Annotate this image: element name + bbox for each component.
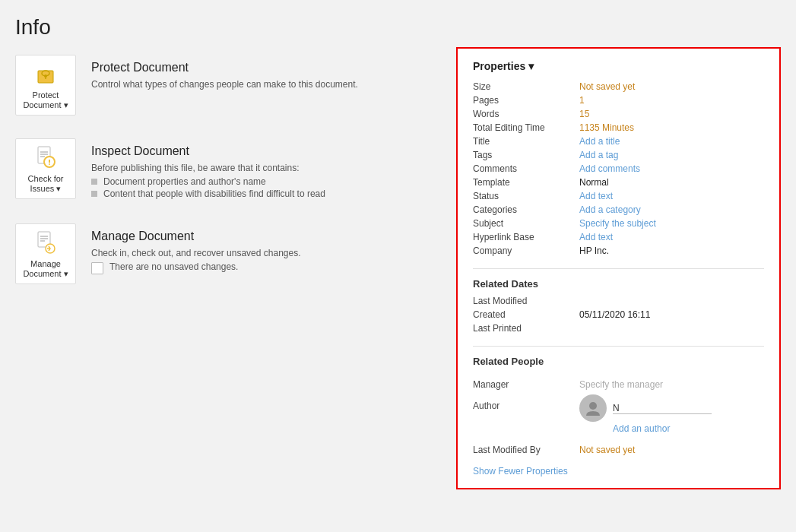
prop-pages-value: 1 <box>579 95 585 106</box>
inspect-section: Check forIssues ▾ Inspect Document Befor… <box>15 138 441 201</box>
protect-icon <box>32 60 59 87</box>
prop-size: Size Not saved yet <box>473 81 764 92</box>
prop-comments: Comments Add comments <box>473 163 764 174</box>
avatar-icon <box>584 399 602 417</box>
inspect-heading: Inspect Document <box>91 144 325 158</box>
inspect-description: Before publishing this file, be aware th… <box>91 163 325 173</box>
bullet-item-1: Document properties and author's name <box>91 176 325 187</box>
prop-categories-value[interactable]: Add a category <box>579 204 641 215</box>
prop-company-value: HP Inc. <box>579 245 609 256</box>
svg-point-10 <box>49 163 50 165</box>
inspect-bullets: Document properties and author's name Co… <box>91 176 325 199</box>
page-title: Info <box>0 0 796 47</box>
date-created-value: 05/11/2020 16:11 <box>579 309 650 320</box>
doc-icon <box>91 262 103 274</box>
related-dates-table: Last Modified Created 05/11/2020 16:11 L… <box>473 296 764 334</box>
manage-heading: Manage Document <box>91 230 301 243</box>
related-people-header: Related People <box>473 356 764 367</box>
prop-size-value: Not saved yet <box>579 81 635 92</box>
last-modified-by-value: Not saved yet <box>579 445 635 455</box>
prop-tags: Tags Add a tag <box>473 150 764 160</box>
author-label: Author <box>473 401 579 411</box>
prop-comments-value[interactable]: Add comments <box>579 163 640 174</box>
prop-pages: Pages 1 <box>473 95 764 106</box>
related-dates-header: Related Dates <box>473 278 764 290</box>
author-input-area: Add an author <box>579 394 712 434</box>
protect-text: Protect Document Control what types of c… <box>91 55 358 93</box>
properties-table: Size Not saved yet Pages 1 Words 15 Tota… <box>473 81 764 256</box>
prop-words: Words 15 <box>473 109 764 119</box>
author-row-inner <box>579 394 712 422</box>
prop-subject: Subject Specify the subject <box>473 218 764 229</box>
prop-editing-time: Total Editing Time 1135 Minutes <box>473 122 764 133</box>
protect-section: ProtectDocument ▾ Protect Document Contr… <box>15 55 441 116</box>
last-modified-by-row: Last Modified By Not saved yet <box>473 439 764 455</box>
date-last-modified: Last Modified <box>473 296 764 306</box>
check-icon-label: Check forIssues ▾ <box>27 174 63 194</box>
prop-categories: Categories Add a category <box>473 204 764 215</box>
protect-icon-label: ProtectDocument ▾ <box>23 90 68 110</box>
left-panel: ProtectDocument ▾ Protect Document Contr… <box>0 47 456 517</box>
prop-editing-time-value: 1135 Minutes <box>579 122 634 133</box>
prop-tags-value[interactable]: Add a tag <box>579 150 618 160</box>
add-author-link[interactable]: Add an author <box>613 423 712 434</box>
manage-icon-label: ManageDocument ▾ <box>23 259 68 279</box>
manager-value[interactable]: Specify the manager <box>579 379 663 390</box>
prop-template-value: Normal <box>579 177 609 188</box>
prop-hyperlink: Hyperlink Base Add text <box>473 232 764 242</box>
manage-description: Check in, check out, and recover unsaved… <box>91 248 301 258</box>
protect-description: Control what types of changes people can… <box>91 79 358 90</box>
bullet-item-2: Content that people with disabilities fi… <box>91 188 325 199</box>
last-modified-by-label: Last Modified By <box>473 445 579 455</box>
properties-arrow: ▾ <box>528 60 534 72</box>
date-created: Created 05/11/2020 16:11 <box>473 309 764 320</box>
manage-bullets: There are no unsaved changes. <box>91 261 301 274</box>
manage-section: ManageDocument ▾ Manage Document Check i… <box>15 223 441 284</box>
properties-title: Properties ▾ <box>473 60 764 72</box>
divider-1 <box>473 268 764 269</box>
prop-words-value: 15 <box>579 109 589 119</box>
protect-heading: Protect Document <box>91 61 358 74</box>
avatar <box>579 394 607 422</box>
author-row: Author Add an author <box>473 394 764 434</box>
author-name-input[interactable] <box>613 403 712 414</box>
manager-label: Manager <box>473 379 579 390</box>
prop-subject-value[interactable]: Specify the subject <box>579 218 656 229</box>
manager-row: Manager Specify the manager <box>473 373 764 390</box>
date-last-printed: Last Printed <box>473 323 764 334</box>
inspect-text: Inspect Document Before publishing this … <box>91 138 325 201</box>
manage-icon <box>32 229 59 256</box>
manage-footer: There are no unsaved changes. <box>91 261 301 274</box>
prop-company: Company HP Inc. <box>473 245 764 256</box>
bullet-sq-1 <box>91 179 97 185</box>
manage-document-button[interactable]: ManageDocument ▾ <box>15 223 76 284</box>
check-icon <box>32 144 59 171</box>
manage-text: Manage Document Check in, check out, and… <box>91 223 301 276</box>
prop-status: Status Add text <box>473 191 764 201</box>
properties-box: Properties ▾ Size Not saved yet Pages 1 … <box>456 47 781 489</box>
check-issues-button[interactable]: Check forIssues ▾ <box>15 138 76 199</box>
prop-template: Template Normal <box>473 177 764 188</box>
prop-status-value[interactable]: Add text <box>579 191 613 201</box>
right-panel: Properties ▾ Size Not saved yet Pages 1 … <box>456 47 781 517</box>
show-fewer-link[interactable]: Show Fewer Properties <box>473 466 568 477</box>
prop-hyperlink-value[interactable]: Add text <box>579 232 613 242</box>
svg-point-17 <box>589 402 597 410</box>
bullet-sq-2 <box>91 191 97 197</box>
protect-document-button[interactable]: ProtectDocument ▾ <box>15 55 76 116</box>
divider-2 <box>473 346 764 347</box>
prop-title: Title Add a title <box>473 136 764 147</box>
prop-title-value[interactable]: Add a title <box>579 136 620 147</box>
